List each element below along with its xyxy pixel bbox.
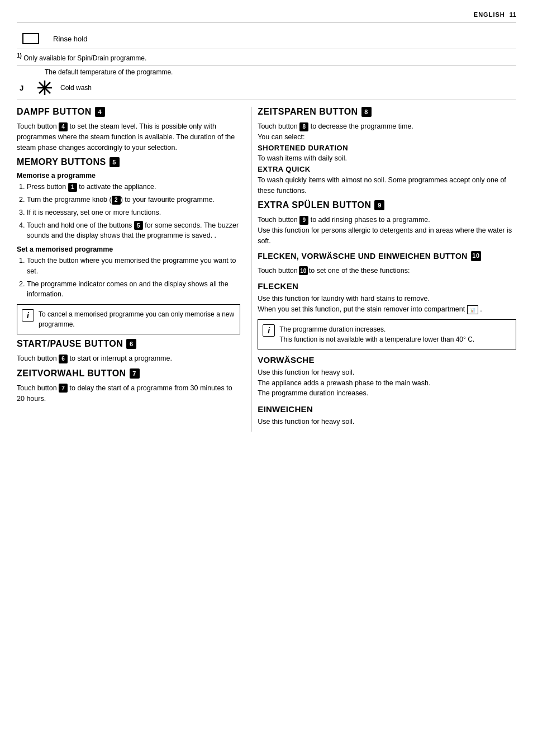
extra-quick-label: EXTRA QUICK xyxy=(258,165,311,173)
flecken-subsection: FLECKEN Use this function for laundry wi… xyxy=(258,281,516,349)
zeitvorwahl-heading: ZEITVORWAHL BUTTON 7 xyxy=(17,368,240,379)
page-number: 11 xyxy=(510,11,516,18)
vorwaesche-body: Use this function for heavy soil. The ap… xyxy=(258,367,516,399)
flecken-intro: Touch button10to set one of the these fu… xyxy=(258,266,516,276)
right-column: ZEITSPAREN BUTTON 8 Touch button 8 to de… xyxy=(251,107,516,432)
rinse-hold-row: Rinse hold xyxy=(17,29,516,49)
startpause-section: START/PAUSE BUTTON 6 Touch button 6 to s… xyxy=(17,339,240,364)
startpause-heading: START/PAUSE BUTTON 6 xyxy=(17,339,240,349)
flecken-main-section: FLECKEN, VORWÄSCHE UND EINWEICHEN BUTTON… xyxy=(258,251,516,427)
set-step-1: Touch the button where you memorised the… xyxy=(27,256,240,277)
dampf-badge: 4 xyxy=(95,107,105,117)
zeitsparen-heading: ZEITSPAREN BUTTON 8 xyxy=(258,107,516,117)
startpause-inline-6: 6 xyxy=(59,355,68,363)
extraspulen-inline-9: 9 xyxy=(299,216,308,225)
step-3: If it is necessary, set one or more func… xyxy=(27,207,240,218)
einweichen-subsection: EINWEICHEN Use this function for heavy s… xyxy=(258,404,516,427)
flecken-main-heading: FLECKEN, VORWÄSCHE UND EINWEICHEN BUTTON… xyxy=(258,251,516,261)
zeitsparen-badge: 8 xyxy=(361,107,372,117)
einweichen-sub-heading: EINWEICHEN xyxy=(258,404,516,414)
info-icon: i xyxy=(22,309,34,322)
zeitvorwahl-inline-7: 7 xyxy=(59,384,68,393)
zeitvorwahl-body: Touch button 7 to delay the start of a p… xyxy=(17,383,240,404)
vorwaesche-subsection: VORWÄSCHE Use this function for heavy so… xyxy=(258,355,516,399)
flecken-sub-heading: FLECKEN xyxy=(258,281,516,291)
extraspulen-badge: 9 xyxy=(374,200,384,210)
zeitsparen-inline-8: 8 xyxy=(299,122,308,131)
step2-badge: 2 xyxy=(112,196,121,205)
memory-info-text: To cancel a memorised programme you can … xyxy=(39,309,235,329)
extraspulen-section: EXTRA SPÜLEN BUTTON 9 Touch button 9 to … xyxy=(258,200,516,246)
memory-section: MEMORY BUTTONS 5 Memorise a programme Pr… xyxy=(17,157,240,334)
step4-badge: 5 xyxy=(134,221,143,230)
page: ENGLISH 11 Rinse hold 1) Only available … xyxy=(0,0,533,756)
rinse-icon xyxy=(17,33,45,44)
coldwash-icon xyxy=(34,79,56,96)
rinse-box-icon xyxy=(22,33,39,44)
memorise-sub-heading: Memorise a programme xyxy=(17,172,240,179)
zeitsparen-section: ZEITSPAREN BUTTON 8 Touch button 8 to de… xyxy=(258,107,516,196)
flecken-main-badge: 10 xyxy=(471,251,481,261)
extraspulen-body: Touch button 9 to add rinsing phases to … xyxy=(258,215,516,246)
set-step-2: The programme indicator comes on and the… xyxy=(27,279,240,300)
j-coldwash-row: J Cold wash xyxy=(17,77,516,100)
default-temp-text: The default temperature of the programme… xyxy=(45,68,173,76)
footnote-text: Only available for Spin/Drain programme. xyxy=(23,54,146,62)
einweichen-body: Use this function for heavy soil. xyxy=(258,417,516,427)
vorwaesche-sub-heading: VORWÄSCHE xyxy=(258,355,516,365)
set-memorised-steps: Touch the button where you memorised the… xyxy=(17,256,240,300)
flecken-info-icon: i xyxy=(263,324,275,337)
left-column: DAMPF BUTTON 4 Touch button 4 to set the… xyxy=(17,107,251,432)
memory-badge: 5 xyxy=(110,157,120,167)
step-1: Press button 1 to activate the appliance… xyxy=(27,182,240,192)
default-temp-row: The default temperature of the programme… xyxy=(17,66,516,77)
memorise-steps: Press button 1 to activate the appliance… xyxy=(17,182,240,241)
flecken-main-heading-text: FLECKEN, VORWÄSCHE UND EINWEICHEN BUTTON xyxy=(258,251,468,261)
dampf-section: DAMPF BUTTON 4 Touch button 4 to set the… xyxy=(17,107,240,153)
dampf-heading-text: DAMPF BUTTON xyxy=(17,107,92,117)
zeitsparen-heading-text: ZEITSPAREN BUTTON xyxy=(258,107,358,117)
dampf-body: Touch button 4 to set the steam level. T… xyxy=(17,121,240,153)
flecken-info-text: The programme duration increases. This f… xyxy=(279,324,474,344)
language-label: ENGLISH xyxy=(474,11,505,18)
zeitvorwahl-badge: 7 xyxy=(130,368,140,379)
startpause-heading-text: START/PAUSE BUTTON xyxy=(17,339,123,349)
memory-heading-text: MEMORY BUTTONS xyxy=(17,157,106,167)
j-section: The default temperature of the programme… xyxy=(17,66,516,100)
zeitvorwahl-section: ZEITVORWAHL BUTTON 7 Touch button 7 to d… xyxy=(17,368,240,404)
flecken-info-box: i The programme duration increases. This… xyxy=(258,319,516,349)
startpause-badge: 6 xyxy=(126,339,136,349)
step1-badge: 1 xyxy=(68,183,77,192)
j-label: J xyxy=(17,84,34,92)
extraspulen-heading-text: EXTRA SPÜLEN BUTTON xyxy=(258,200,371,210)
dampf-heading: DAMPF BUTTON 4 xyxy=(17,107,240,117)
memory-heading: MEMORY BUTTONS 5 xyxy=(17,157,240,167)
step-2: Turn the programme knob (2) to your favo… xyxy=(27,195,240,205)
set-memorised-heading: Set a memorised programme xyxy=(17,245,240,253)
flecken-inline-10: 10 xyxy=(299,266,308,275)
extraspulen-heading: EXTRA SPÜLEN BUTTON 9 xyxy=(258,200,516,210)
zeitsparen-body: Touch button 8 to decrease the programme… xyxy=(258,121,516,196)
main-columns: DAMPF BUTTON 4 Touch button 4 to set the… xyxy=(17,107,516,432)
step-4: Touch and hold one of the buttons 5 for … xyxy=(27,220,240,242)
cold-wash-label: Cold wash xyxy=(60,84,92,92)
memory-info-box: i To cancel a memorised programme you ca… xyxy=(17,304,240,334)
flecken-body: Use this function for laundry with hard … xyxy=(258,294,516,315)
startpause-body: Touch button 6 to start or interrupt a p… xyxy=(17,353,240,364)
zeitvorwahl-heading-text: ZEITVORWAHL BUTTON xyxy=(17,368,126,379)
stain-compartment-icon: 📊 xyxy=(467,305,478,314)
shortened-label: SHORTENED DURATION xyxy=(258,144,348,152)
footnote-sup: 1) xyxy=(17,53,22,59)
footnote-row: 1) Only available for Spin/Drain program… xyxy=(17,49,516,66)
rinse-hold-label: Rinse hold xyxy=(53,35,87,43)
page-header: ENGLISH 11 xyxy=(17,11,516,23)
dampf-inline-4: 4 xyxy=(59,122,68,131)
